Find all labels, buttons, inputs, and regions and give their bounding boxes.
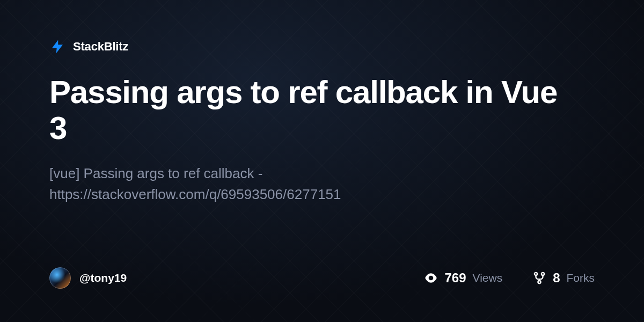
avatar: [49, 267, 71, 289]
forks-count: 8: [553, 270, 560, 286]
bolt-icon: [49, 39, 65, 55]
eye-icon: [424, 271, 438, 285]
author-block: @tony19: [49, 267, 394, 289]
svg-point-0: [429, 276, 434, 281]
project-title: Passing args to ref callback in Vue 3: [49, 74, 575, 146]
fork-icon: [532, 271, 546, 285]
social-card: StackBlitz Passing args to ref callback …: [0, 0, 644, 322]
brand-name: StackBlitz: [73, 40, 128, 54]
forks-stat: 8 Forks: [532, 270, 595, 286]
author-username: @tony19: [79, 272, 127, 284]
views-count: 769: [444, 270, 466, 286]
brand-row: StackBlitz: [49, 39, 595, 55]
footer-row: @tony19 769 Views 8: [49, 267, 595, 289]
views-label: Views: [473, 272, 503, 284]
project-description: [vue] Passing args to ref callback - htt…: [49, 163, 532, 205]
views-stat: 769 Views: [424, 270, 502, 286]
forks-label: Forks: [567, 272, 595, 284]
